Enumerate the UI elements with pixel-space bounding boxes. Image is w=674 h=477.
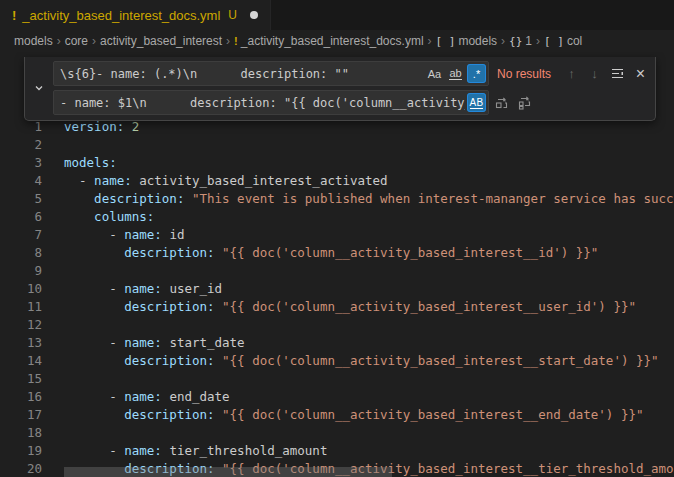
previous-match-button[interactable]: ↑ [561,63,582,84]
line-number[interactable]: 6 [0,208,42,226]
tab-title: _activity_based_interest_docs.yml [22,8,220,23]
code-text: description: "{{ doc('column__activity_b… [42,352,659,370]
tab-bar: ! _activity_based_interest_docs.yml U [0,0,674,30]
horizontal-scrollbar[interactable] [64,467,392,477]
replace-row: - name: $1\n description: "{{ doc('colum… [53,90,651,115]
breadcrumb-item-models[interactable]: models [14,34,53,48]
code-text: description: "{{ doc('column__activity_b… [42,298,636,316]
breadcrumb-item-col[interactable]: [ ]col [544,34,582,48]
code-text [42,316,64,334]
code-line[interactable]: 19 - name: tier_threshold_amount [0,442,674,460]
replace-input[interactable]: - name: $1\n description: "{{ doc('colum… [53,90,489,115]
code-text: description: "This event is published wh… [42,190,674,208]
code-line[interactable]: 13 - name: start_date [0,334,674,352]
code-line[interactable]: 5 description: "This event is published … [0,190,674,208]
array-icon: [ ] [436,35,456,48]
code-text [42,262,64,280]
line-number[interactable]: 20 [0,460,42,477]
line-number[interactable]: 7 [0,226,42,244]
breadcrumb-item-activity_based_interest[interactable]: activity_based_interest [100,34,222,48]
line-number[interactable]: 4 [0,172,42,190]
breadcrumb-item-models[interactable]: [ ]models [436,34,498,48]
line-number[interactable]: 16 [0,388,42,406]
code-text: - name: end_date [42,388,230,406]
replace-icon [494,95,509,110]
code-text: models: [42,154,117,172]
breadcrumb-separator: › [428,34,432,48]
breadcrumb-item-_activity_based_interest_docs.yml[interactable]: !_activity_based_interest_docs.yml [234,34,423,48]
replace-button[interactable] [491,92,512,113]
find-widget: \s{6}- name: (.*)\n description: "" Aa a… [24,57,656,121]
match-case-button[interactable]: Aa [425,64,444,83]
next-match-button[interactable]: ↓ [584,63,605,84]
breadcrumb-item-1[interactable]: {}1 [509,34,532,48]
git-status-badge: U [228,8,237,22]
breadcrumb-separator: › [57,34,61,48]
find-input[interactable]: \s{6}- name: (.*)\n description: "" Aa a… [53,61,489,86]
warning-icon: ! [234,35,238,47]
code-lines: 1version: 223models:4 - name: activity_b… [0,118,674,477]
code-text: - name: tier_threshold_amount [42,442,327,460]
line-number[interactable]: 14 [0,352,42,370]
code-text: - name: start_date [42,334,245,352]
replace-all-icon [517,95,532,110]
code-line[interactable]: 3models: [0,154,674,172]
array-icon: [ ] [544,35,564,48]
code-line[interactable]: 6 columns: [0,208,674,226]
find-row: \s{6}- name: (.*)\n description: "" Aa a… [53,61,651,86]
replace-all-button[interactable] [514,92,535,113]
warning-icon: ! [12,8,16,23]
line-number[interactable]: 19 [0,442,42,460]
code-line[interactable]: 12 [0,316,674,334]
line-number[interactable]: 3 [0,154,42,172]
find-in-selection-button[interactable] [607,63,628,84]
close-button[interactable]: × [630,63,651,84]
line-number[interactable]: 5 [0,190,42,208]
code-line[interactable]: 14 description: "{{ doc('column__activit… [0,352,674,370]
code-text: - name: user_id [42,280,222,298]
tab-active[interactable]: ! _activity_based_interest_docs.yml U [0,0,271,30]
code-text [42,136,64,154]
line-number[interactable]: 9 [0,262,42,280]
code-line[interactable]: 11 description: "{{ doc('column__activit… [0,298,674,316]
line-number[interactable]: 2 [0,136,42,154]
regex-button[interactable]: .* [467,64,486,83]
code-text: - name: activity_based_interest_activate… [42,172,388,190]
chevron-down-icon [33,82,45,94]
toggle-replace-button[interactable] [25,61,53,115]
breadcrumb-separator: › [501,34,505,48]
line-number[interactable]: 12 [0,316,42,334]
line-number[interactable]: 17 [0,406,42,424]
code-line[interactable]: 7 - name: id [0,226,674,244]
code-line[interactable]: 10 - name: user_id [0,280,674,298]
line-number[interactable]: 8 [0,244,42,262]
breadcrumb-separator: › [536,34,540,48]
breadcrumb-item-core[interactable]: core [65,34,88,48]
code-text: description: "{{ doc('column__activity_b… [42,406,644,424]
line-number[interactable]: 13 [0,334,42,352]
code-text: description: "{{ doc('column__activity_b… [42,244,598,262]
code-line[interactable]: 15 [0,370,674,388]
code-text: - name: id [42,226,184,244]
line-number[interactable]: 11 [0,298,42,316]
whole-word-button[interactable]: ab [446,64,465,83]
code-line[interactable]: 16 - name: end_date [0,388,674,406]
modified-indicator-icon[interactable] [250,11,258,19]
code-line[interactable]: 18 [0,424,674,442]
line-number[interactable]: 18 [0,424,42,442]
close-icon: × [636,65,645,83]
code-text: columns: [42,208,154,226]
code-text [42,424,64,442]
code-line[interactable]: 8 description: "{{ doc('column__activity… [0,244,674,262]
preserve-case-button[interactable]: AB [467,93,486,112]
line-number[interactable]: 10 [0,280,42,298]
code-line[interactable]: 4 - name: activity_based_interest_activa… [0,172,674,190]
breadcrumb-separator: › [226,34,230,48]
editor[interactable]: \s{6}- name: (.*)\n description: "" Aa a… [0,52,674,477]
find-query-text: \s{6}- name: (.*)\n description: "" [60,67,423,81]
code-line[interactable]: 9 [0,262,674,280]
code-line[interactable]: 2 [0,136,674,154]
code-line[interactable]: 17 description: "{{ doc('column__activit… [0,406,674,424]
line-number[interactable]: 15 [0,370,42,388]
breadcrumb-separator: › [92,34,96,48]
